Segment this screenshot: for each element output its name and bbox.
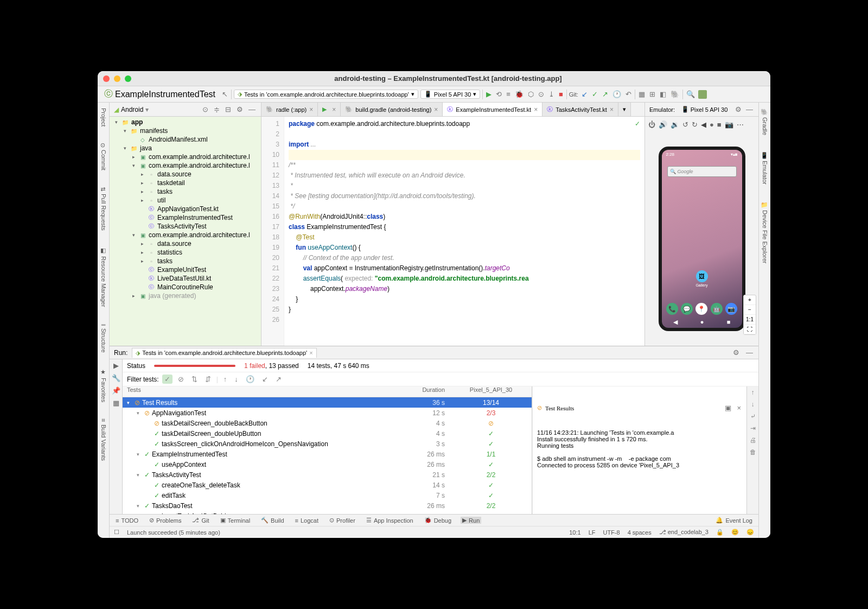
maximize-window[interactable]	[125, 75, 131, 82]
close-icon[interactable]: ×	[309, 106, 313, 113]
bottom-tab-profiler[interactable]: ⊙Profiler	[328, 517, 357, 524]
tree-item[interactable]: ▸▫tasks	[110, 187, 261, 196]
checkbox-icon[interactable]: ☐	[114, 529, 119, 536]
power-icon[interactable]: ⏻	[648, 120, 655, 129]
caret-position[interactable]: 10:1	[569, 529, 580, 536]
phone-search-widget[interactable]: 🔍 Google	[667, 166, 737, 177]
dock-icon[interactable]: ▣	[724, 404, 732, 412]
emulator-tool[interactable]: 📱 Emulator	[761, 151, 768, 185]
resource-manager-tool[interactable]: ◧ Resource Manager	[100, 247, 107, 307]
zoom-out[interactable]: −	[744, 305, 756, 315]
test-row[interactable]: ✓taskDetailScreen_doubleUpButton4 s✓	[123, 428, 532, 439]
close-icon[interactable]: ×	[534, 106, 538, 113]
project-tool[interactable]: Project	[100, 108, 107, 126]
debug-button[interactable]: 🐞	[514, 90, 525, 98]
bottom-tab-terminal[interactable]: ▣Terminal	[219, 517, 252, 524]
volume-up-icon[interactable]: 🔊	[659, 120, 667, 129]
avd-manager-icon[interactable]: ▦	[637, 90, 646, 98]
filter-passed[interactable]: ✓	[162, 375, 173, 384]
event-log-tab[interactable]: 🔔 Event Log	[714, 517, 754, 524]
bottom-tab-todo[interactable]: ≡TODO	[114, 517, 140, 524]
code-editor[interactable]: 1231011121314151617181920212223242526 pa…	[261, 117, 644, 346]
close-icon[interactable]: ×	[332, 106, 336, 113]
toggle-auto-icon[interactable]: 🔧	[112, 374, 120, 382]
nav-back[interactable]: ◀	[673, 319, 678, 326]
back-icon[interactable]: ◀	[701, 120, 706, 129]
structure-tool[interactable]: ⦀ Structure	[100, 323, 107, 353]
zoom-reset[interactable]: 1:1	[744, 315, 756, 325]
git-revert-icon[interactable]: ↶	[624, 90, 633, 98]
tree-item[interactable]: ⓚLiveDataTestUtil.kt	[110, 274, 261, 283]
coverage-icon[interactable]: ⬡	[527, 90, 535, 98]
tree-item[interactable]: ◇AndroidManifest.xml	[110, 135, 261, 144]
tree-item[interactable]: ▸▫statistics	[110, 248, 261, 257]
test-row[interactable]: ✓useAppContext26 ms✓	[123, 459, 532, 470]
line-separator[interactable]: LF	[589, 529, 596, 536]
tree-item[interactable]: ▸▣java (generated)	[110, 291, 261, 300]
code-content[interactable]: package com.example.android.architecture…	[284, 117, 644, 346]
gear-icon[interactable]: ⚙	[235, 105, 244, 113]
close-window[interactable]	[103, 75, 110, 82]
test-console[interactable]: ⊘ Test Results ▣ × 11/16 14:23:21: Launc…	[532, 386, 746, 514]
apply-code-icon[interactable]: ≡	[505, 90, 512, 98]
close-icon[interactable]: ×	[434, 106, 438, 113]
soft-wrap-icon[interactable]: ⤶	[750, 413, 756, 420]
rerun-button[interactable]: ▶	[113, 361, 119, 370]
test-row[interactable]: ▾✓TasksActivityTest21 s2/2	[123, 470, 532, 480]
back-nav-icon[interactable]: ↖	[221, 90, 229, 98]
nav-home[interactable]: ●	[700, 319, 704, 326]
git-history-icon[interactable]: 🕐	[611, 90, 622, 98]
tree-item[interactable]: ▾▣com.example.android.architecture.l	[110, 231, 261, 239]
clear-icon[interactable]: 🗑	[750, 448, 756, 456]
tree-item[interactable]: ⓒMainCoroutineRule	[110, 283, 261, 291]
run-button[interactable]: ▶	[485, 90, 493, 98]
layout-icon[interactable]: ▦	[113, 399, 119, 407]
volume-down-icon[interactable]: 🔉	[671, 120, 679, 129]
run-tab[interactable]: ⬗ Tests in 'com.example.android.architec…	[132, 348, 316, 358]
test-row[interactable]: ▾✓TasksDaoTest26 ms2/2	[123, 500, 532, 511]
tree-item[interactable]: ▾▣com.example.android.architecture.l	[110, 161, 261, 170]
tree-item[interactable]: ▸▣com.example.android.architecture.l	[110, 153, 261, 161]
tree-item[interactable]: ⓒExampleInstrumentedTest	[110, 213, 261, 222]
collapse-all-icon[interactable]: ⊟	[224, 105, 232, 113]
close-icon[interactable]: ×	[610, 106, 614, 113]
gradle-tool[interactable]: 🐘 Gradle	[761, 108, 768, 135]
bottom-tab-git[interactable]: ⎇Git	[190, 517, 210, 524]
down-icon[interactable]: ↓	[751, 401, 755, 408]
bottom-tab-debug[interactable]: 🐞Debug	[423, 517, 453, 524]
attach-debugger-icon[interactable]: ⤓	[547, 90, 556, 98]
test-row[interactable]: ▾⊘Test Results36 s13/14	[123, 397, 532, 408]
close-icon[interactable]: ×	[309, 350, 312, 356]
messages-app-icon[interactable]: 💬	[681, 303, 693, 315]
tree-item[interactable]: ⓚAppNavigationTest.kt	[110, 205, 261, 213]
scroll-end-icon[interactable]: ⇥	[750, 424, 756, 432]
test-row[interactable]: ✓createOneTask_deleteTask14 s✓	[123, 480, 532, 490]
editor-tab[interactable]: 🐘build.gradle (android-testing)×	[341, 103, 443, 116]
gear-icon[interactable]: ⚙	[732, 348, 741, 357]
project-view-mode[interactable]: Android	[121, 106, 143, 113]
tree-item[interactable]: ▸▫data.source	[110, 239, 261, 248]
pull-requests-tool[interactable]: ⇅ Pull Requests	[100, 187, 107, 231]
breadcrumb[interactable]: ⓒ ExampleInstrumentedTest	[101, 87, 219, 101]
lock-icon[interactable]: 🔒	[716, 529, 724, 536]
inspection-ok-icon[interactable]: ✓	[635, 120, 640, 128]
editor-tab[interactable]: ⓚTasksActivityTest.kt×	[542, 103, 618, 116]
bottom-tab-run[interactable]: ▶Run	[461, 517, 481, 524]
bottom-tab-build[interactable]: 🔨Build	[259, 517, 285, 524]
home-icon[interactable]: ●	[710, 120, 714, 129]
prev-failed[interactable]: ↑	[221, 375, 229, 384]
editor-tab[interactable]: ⓚExampleInstrumentedTest.kt×	[443, 103, 542, 116]
test-row[interactable]: ⊘taskDetailScreen_doubleBackButton4 s⊘	[123, 418, 532, 428]
sad-icon[interactable]: 😞	[746, 529, 754, 536]
next-failed[interactable]: ↓	[232, 375, 240, 384]
git-commit-icon[interactable]: ✓	[591, 90, 599, 98]
run-configuration-selector[interactable]: ⬗ Tests in 'com.example.android.architec…	[234, 90, 418, 99]
tree-item[interactable]: ⓒExampleUnitTest	[110, 265, 261, 274]
git-branch[interactable]: ⎇ end_codelab_3	[659, 529, 709, 536]
chrome-app-icon[interactable]: 🤖	[711, 303, 723, 315]
sync-gradle-icon[interactable]: 🐘	[669, 90, 680, 98]
emulator-screen[interactable]: 2:28 ▾▴■ 🔍 Google 🖼 Gallery	[645, 132, 758, 346]
file-encoding[interactable]: UTF-8	[603, 529, 620, 536]
zoom-in[interactable]: +	[744, 295, 756, 305]
close-icon[interactable]: ×	[736, 404, 742, 412]
